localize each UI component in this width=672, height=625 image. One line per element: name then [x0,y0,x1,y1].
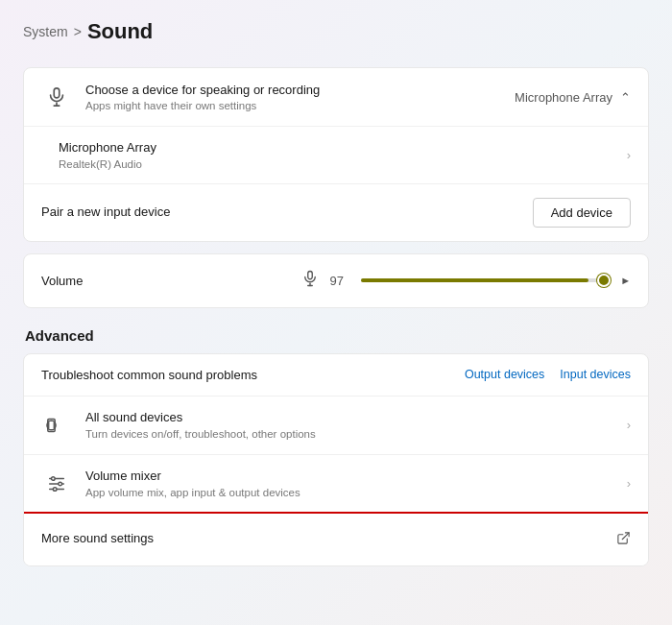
all-devices-chevron-icon: › [627,418,631,432]
volume-fill [361,278,589,282]
breadcrumb-separator: > [74,24,82,39]
volume-label: Volume [41,274,290,288]
input-device-section: Choose a device for speaking or recordin… [23,67,649,242]
choose-device-subtitle: Apps might have their own settings [85,100,503,111]
page-title: Sound [87,19,153,44]
svg-point-15 [53,488,57,492]
microphone-array-title: Microphone Array [59,140,615,156]
troubleshoot-links: Output devices Input devices [465,368,631,381]
external-link-icon [616,531,631,548]
all-sound-devices-text: All sound devices Turn devices on/off, t… [85,410,615,440]
all-sound-devices-right: › [627,418,631,432]
microphone-array-right: › [627,148,631,162]
microphone-icon [41,82,72,112]
choose-device-title: Choose a device for speaking or recordin… [85,83,503,99]
more-sound-settings-row[interactable]: More sound settings [24,514,648,565]
troubleshoot-label: Troubleshoot common sound problems [41,368,465,382]
volume-value: 97 [330,274,349,288]
volume-mixer-title: Volume mixer [85,469,615,485]
pair-device-title: Pair a new input device [41,204,521,221]
volume-row: Volume 97 ► [41,270,631,292]
microphone-array-text: Microphone Array Realtek(R) Audio [59,140,615,170]
volume-section: Volume 97 ► [23,253,649,308]
svg-rect-9 [49,421,55,429]
more-sound-settings-title: More sound settings [41,531,605,547]
volume-mixer-chevron-icon: › [627,476,631,491]
choose-device-row[interactable]: Choose a device for speaking or recordin… [24,68,648,127]
volume-arrow-icon[interactable]: ► [620,275,631,286]
svg-rect-3 [307,271,312,278]
selected-device-label: Microphone Array [515,90,612,105]
volume-mixer-subtitle: App volume mix, app input & output devic… [85,487,615,498]
volume-slider[interactable] [361,271,610,290]
choose-device-right: Microphone Array ⌃ [515,90,631,105]
all-sound-devices-subtitle: Turn devices on/off, troubleshoot, other… [85,428,615,440]
svg-rect-0 [54,88,60,98]
troubleshoot-row: Troubleshoot common sound problems Outpu… [24,354,648,397]
pair-device-row: Pair a new input device Add device [24,184,648,241]
add-device-button[interactable]: Add device [533,198,631,228]
more-sound-settings-text: More sound settings [41,531,605,547]
speaker-icon [41,410,72,441]
svg-point-13 [52,477,56,481]
svg-line-16 [622,533,629,540]
volume-track [361,278,610,282]
breadcrumb-system[interactable]: System [23,24,68,39]
microphone-array-row[interactable]: Microphone Array Realtek(R) Audio › [24,127,648,184]
volume-mixer-row[interactable]: Volume mixer App volume mix, app input &… [24,455,648,514]
chevron-up-icon[interactable]: ⌃ [620,90,631,105]
breadcrumb: System > Sound [23,19,649,44]
volume-mixer-icon [41,469,72,499]
input-devices-link[interactable]: Input devices [560,368,631,381]
advanced-section-label: Advanced [25,327,649,344]
pair-device-right: Add device [533,198,631,228]
volume-mixer-text: Volume mixer App volume mix, app input &… [85,469,615,498]
choose-device-text: Choose a device for speaking or recordin… [85,83,503,112]
all-sound-devices-row[interactable]: All sound devices Turn devices on/off, t… [24,397,648,455]
volume-mixer-right: › [627,476,631,491]
advanced-section: Troubleshoot common sound problems Outpu… [23,353,649,566]
chevron-right-icon: › [627,148,631,162]
output-devices-link[interactable]: Output devices [465,368,544,381]
svg-point-14 [59,482,62,486]
volume-microphone-icon [301,270,319,292]
pair-device-text: Pair a new input device [41,204,521,221]
microphone-array-subtitle: Realtek(R) Audio [59,158,615,170]
volume-thumb[interactable] [597,274,611,287]
all-sound-devices-title: All sound devices [85,410,615,426]
more-sound-settings-right [616,531,631,548]
